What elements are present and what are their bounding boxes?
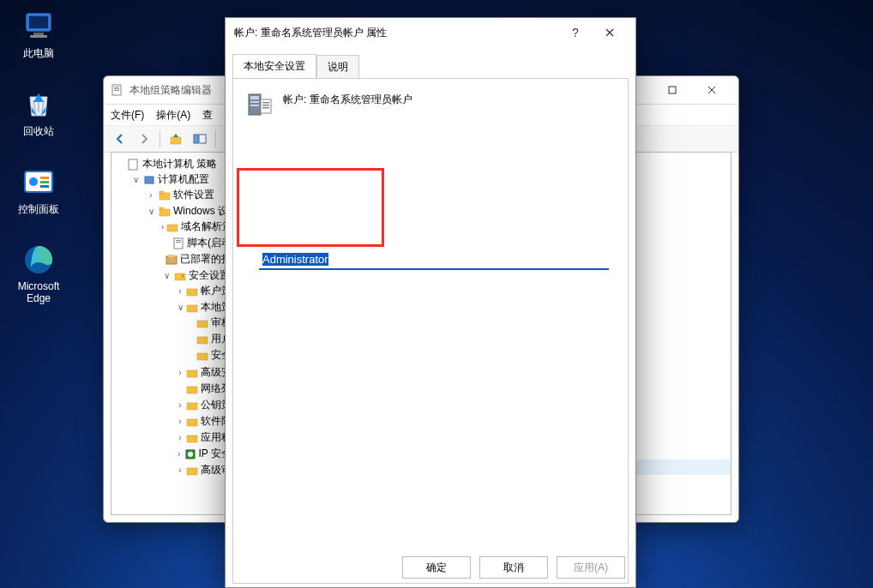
svg-rect-12 [114, 88, 119, 89]
svg-rect-48 [261, 99, 271, 113]
svg-rect-32 [187, 305, 197, 312]
properties-dialog: 帐户: 重命名系统管理员帐户 属性 ? 本地安全设置 说明 帐户: 重命名系统管… [225, 17, 636, 588]
svg-rect-15 [171, 137, 181, 144]
dialog-titlebar[interactable]: 帐户: 重命名系统管理员帐户 属性 ? [226, 18, 635, 47]
cpanel-icon [21, 165, 56, 199]
show-hide-button[interactable] [189, 128, 211, 150]
dialog-title: 帐户: 重命名系统管理员帐户 属性 [234, 26, 558, 40]
tree-software[interactable]: 软件设置 [173, 188, 214, 202]
desktop-icon-recycle[interactable]: 回收站 [9, 87, 69, 139]
svg-rect-3 [30, 35, 47, 38]
ok-button[interactable]: 确定 [402, 556, 471, 579]
tab-explain[interactable]: 说明 [316, 55, 359, 79]
policy-icon [245, 91, 273, 118]
menu-view[interactable]: 查 [202, 108, 213, 123]
close-button[interactable] [593, 21, 627, 45]
gpedit-tree[interactable]: 本地计算机 策略 ∨计算机配置 ›软件设置 ∨Windows 设 ›域名解析策 … [111, 153, 232, 514]
svg-rect-43 [187, 468, 197, 475]
dialog-tabs: 本地安全设置 说明 [226, 47, 635, 78]
dialog-tabpage: 帐户: 重命名系统管理员帐户 [232, 78, 629, 584]
svg-rect-18 [129, 159, 137, 170]
svg-rect-17 [199, 135, 206, 143]
svg-rect-33 [197, 321, 208, 327]
admin-name-field [259, 250, 602, 270]
close-button[interactable] [692, 78, 732, 102]
desktop-icon-cpanel[interactable]: 控制面板 [9, 165, 69, 217]
svg-rect-39 [187, 419, 197, 426]
svg-rect-46 [250, 101, 259, 103]
desktop-icons: 此电脑 回收站 控制面板 Microsoft Edge [9, 9, 69, 304]
pc-icon [21, 9, 56, 43]
svg-rect-38 [187, 403, 197, 410]
svg-rect-50 [262, 105, 269, 106]
svg-rect-13 [114, 90, 119, 91]
svg-rect-14 [669, 87, 676, 93]
svg-rect-19 [145, 177, 154, 183]
svg-rect-26 [176, 240, 181, 241]
desktop-icon-label: 控制面板 [18, 202, 59, 217]
menu-file[interactable]: 文件(F) [111, 108, 144, 123]
svg-rect-16 [194, 135, 198, 143]
svg-rect-29 [168, 255, 175, 257]
svg-rect-49 [262, 102, 269, 104]
svg-rect-35 [197, 353, 208, 360]
cancel-button[interactable]: 取消 [479, 556, 548, 579]
svg-rect-8 [40, 185, 49, 188]
menu-action[interactable]: 操作(A) [156, 108, 190, 123]
svg-rect-7 [40, 181, 49, 183]
back-button[interactable] [109, 128, 131, 150]
forward-button[interactable] [133, 128, 155, 150]
help-button[interactable]: ? [558, 21, 593, 45]
svg-rect-6 [40, 177, 49, 179]
svg-rect-2 [33, 33, 44, 35]
svg-rect-24 [167, 225, 178, 231]
gpedit-icon [111, 83, 124, 97]
svg-rect-11 [114, 87, 119, 87]
svg-rect-1 [29, 16, 48, 28]
up-button[interactable] [165, 128, 187, 150]
desktop-icon-label: Microsoft Edge [9, 280, 69, 304]
svg-point-42 [188, 452, 193, 457]
svg-rect-34 [197, 337, 208, 344]
recycle-icon [21, 87, 56, 121]
svg-rect-40 [187, 435, 197, 442]
svg-rect-28 [166, 256, 177, 264]
svg-rect-30 [175, 273, 185, 280]
svg-rect-27 [176, 242, 181, 243]
svg-rect-45 [250, 96, 259, 99]
svg-rect-25 [174, 238, 183, 249]
policy-name: 帐户: 重命名系统管理员帐户 [283, 91, 412, 107]
tree-deployed[interactable]: 已部署的打 [180, 252, 232, 267]
admin-name-input[interactable] [259, 250, 609, 270]
maximize-button[interactable] [653, 78, 692, 102]
tree-root[interactable]: 本地计算机 策略 [142, 157, 217, 171]
svg-rect-23 [160, 207, 164, 210]
desktop-icon-label: 此电脑 [23, 46, 54, 61]
svg-rect-37 [187, 387, 197, 393]
tree-security[interactable]: 安全设置 [189, 268, 230, 283]
edge-icon [21, 243, 56, 277]
svg-point-5 [29, 177, 38, 186]
svg-rect-51 [262, 107, 269, 109]
desktop-icon-label: 回收站 [23, 124, 54, 139]
svg-rect-36 [187, 370, 197, 377]
dialog-buttons: 确定 取消 应用(A) [402, 556, 625, 579]
svg-rect-47 [250, 105, 259, 106]
desktop-icon-edge[interactable]: Microsoft Edge [9, 243, 69, 304]
svg-rect-31 [187, 289, 197, 296]
tree-computer[interactable]: 计算机配置 [158, 172, 209, 187]
apply-button[interactable]: 应用(A) [557, 556, 625, 579]
tab-local-security[interactable]: 本地安全设置 [232, 54, 316, 79]
svg-rect-21 [160, 191, 164, 194]
tree-windows[interactable]: Windows 设 [173, 204, 228, 219]
desktop-icon-pc[interactable]: 此电脑 [9, 9, 69, 61]
